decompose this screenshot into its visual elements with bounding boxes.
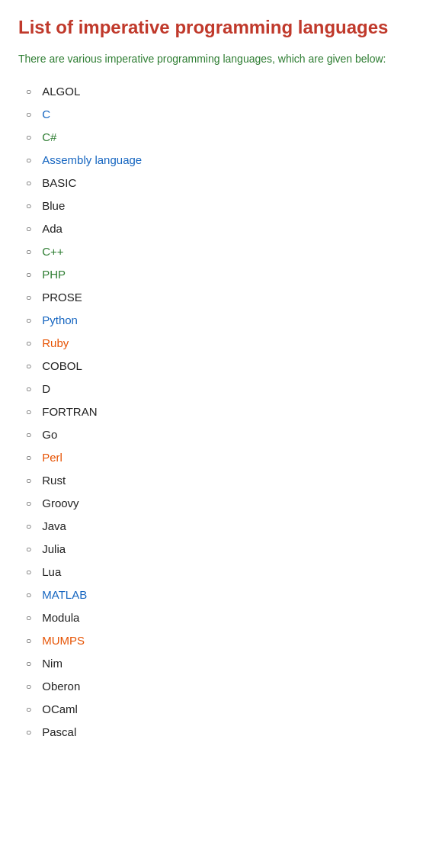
languages-list: ALGOLCC#Assembly languageBASICBlueAdaC++… — [18, 82, 421, 741]
language-name: Go — [42, 426, 57, 444]
list-item: Assembly language — [26, 151, 421, 169]
page-title: List of imperative programming languages — [18, 15, 421, 39]
list-item: PROSE — [26, 288, 421, 307]
language-name: Groovy — [42, 494, 79, 513]
list-item: C++ — [26, 243, 421, 261]
list-item: Rust — [26, 471, 421, 490]
language-name: FORTRAN — [42, 403, 97, 421]
list-item: ALGOL — [26, 82, 421, 101]
list-item: Nim — [26, 654, 421, 673]
intro-text: There are various imperative programming… — [18, 51, 421, 67]
language-name: MATLAB — [42, 586, 87, 604]
language-name: Pascal — [42, 723, 76, 741]
language-name: C++ — [42, 243, 63, 261]
language-name: Lua — [42, 563, 61, 581]
language-name: Oberon — [42, 677, 80, 696]
list-item: Perl — [26, 448, 421, 467]
list-item: Go — [26, 426, 421, 444]
language-name: MUMPS — [42, 632, 85, 650]
list-item: Modula — [26, 609, 421, 627]
list-item: COBOL — [26, 357, 421, 375]
list-item: D — [26, 380, 421, 398]
list-item: FORTRAN — [26, 403, 421, 421]
list-item: MUMPS — [26, 632, 421, 650]
list-item: Lua — [26, 563, 421, 581]
language-name: Nim — [42, 654, 62, 673]
language-name: Perl — [42, 448, 62, 467]
language-name: BASIC — [42, 174, 76, 192]
language-name: Blue — [42, 197, 65, 215]
list-item: Python — [26, 311, 421, 330]
language-name: C# — [42, 128, 56, 146]
list-item: Java — [26, 517, 421, 535]
list-item: MATLAB — [26, 586, 421, 604]
list-item: Groovy — [26, 494, 421, 513]
list-item: PHP — [26, 265, 421, 284]
list-item: Ruby — [26, 334, 421, 352]
list-item: Julia — [26, 540, 421, 558]
list-item: C# — [26, 128, 421, 146]
language-name: OCaml — [42, 700, 78, 719]
language-name: Ada — [42, 220, 62, 238]
language-name: ALGOL — [42, 82, 80, 101]
list-item: Ada — [26, 220, 421, 238]
language-name: Assembly language — [42, 151, 142, 169]
language-name: COBOL — [42, 357, 82, 375]
list-item: C — [26, 105, 421, 124]
list-item: BASIC — [26, 174, 421, 192]
language-name: Python — [42, 311, 78, 330]
list-item: Blue — [26, 197, 421, 215]
language-name: Modula — [42, 609, 79, 627]
language-name: Ruby — [42, 334, 69, 352]
language-name: D — [42, 380, 50, 398]
language-name: PROSE — [42, 288, 82, 307]
list-item: Pascal — [26, 723, 421, 741]
list-item: OCaml — [26, 700, 421, 719]
language-name: C — [42, 105, 50, 124]
language-name: PHP — [42, 265, 66, 284]
language-name: Julia — [42, 540, 66, 558]
list-item: Oberon — [26, 677, 421, 696]
language-name: Rust — [42, 471, 66, 490]
language-name: Java — [42, 517, 66, 535]
